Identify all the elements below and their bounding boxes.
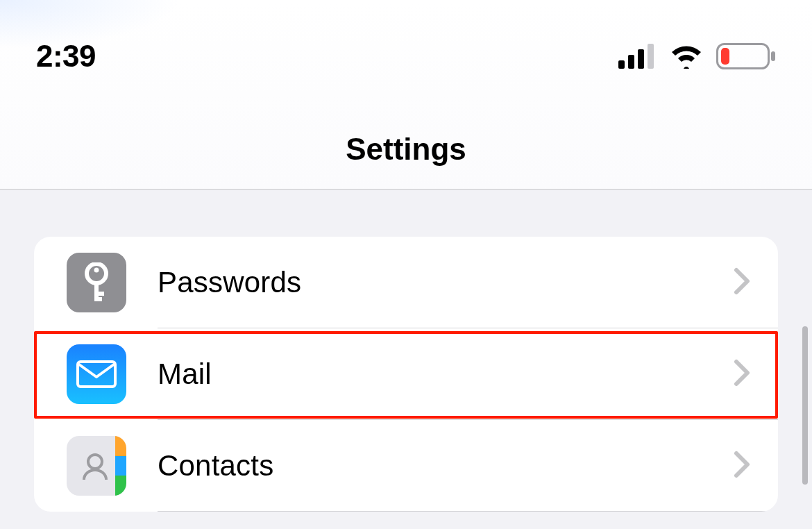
- battery-low-icon: [716, 43, 776, 69]
- svg-point-8: [94, 268, 99, 273]
- svg-rect-10: [94, 292, 104, 296]
- settings-row-contacts[interactable]: Contacts: [34, 420, 778, 512]
- svg-point-13: [88, 455, 102, 469]
- settings-row-mail[interactable]: Mail: [34, 328, 778, 420]
- svg-rect-11: [94, 297, 102, 301]
- chevron-right-icon: [734, 359, 750, 389]
- mail-icon: [67, 344, 126, 404]
- address-book-tabs: [115, 436, 126, 496]
- settings-group: Passwords Mail: [34, 237, 778, 512]
- key-icon: [67, 253, 126, 312]
- svg-rect-5: [721, 48, 729, 65]
- navigation-header: 2:39: [0, 0, 812, 190]
- svg-rect-0: [618, 60, 625, 69]
- settings-list-area: Passwords Mail: [0, 190, 812, 512]
- settings-row-label: Contacts: [158, 449, 734, 482]
- contacts-icon: [67, 436, 126, 496]
- wifi-icon: [669, 44, 704, 69]
- svg-rect-3: [648, 44, 654, 69]
- cellular-signal-icon: [618, 44, 657, 69]
- svg-rect-2: [638, 49, 644, 69]
- svg-rect-12: [78, 362, 115, 387]
- scrollbar-thumb[interactable]: [802, 326, 808, 485]
- chevron-right-icon: [734, 267, 750, 298]
- chevron-right-icon: [734, 451, 750, 481]
- row-separator: [158, 511, 778, 512]
- settings-row-passwords[interactable]: Passwords: [34, 237, 778, 328]
- svg-rect-1: [628, 55, 634, 69]
- status-indicators: [618, 43, 776, 69]
- svg-point-7: [87, 264, 106, 283]
- svg-rect-6: [771, 51, 775, 61]
- settings-row-label: Passwords: [158, 266, 734, 299]
- status-bar: 2:39: [0, 0, 812, 74]
- page-title: Settings: [0, 132, 812, 167]
- status-time: 2:39: [36, 39, 96, 74]
- settings-row-label: Mail: [158, 358, 734, 391]
